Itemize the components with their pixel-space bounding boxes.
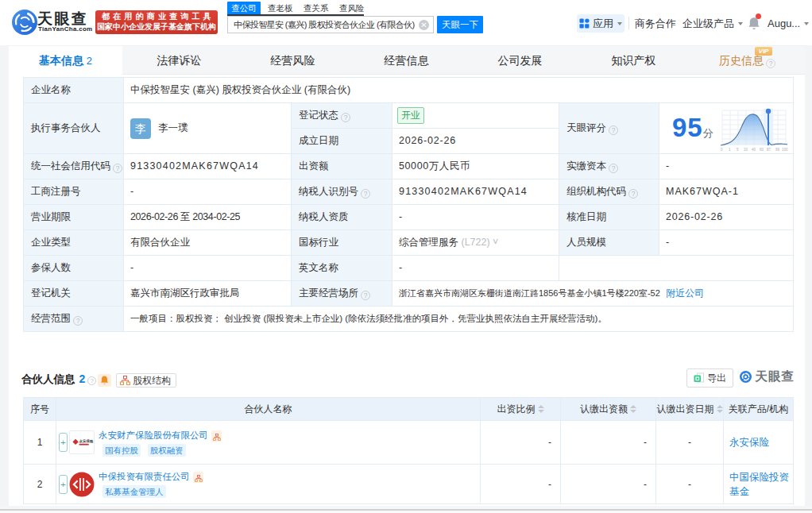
svg-text:1: 1 xyxy=(729,148,731,152)
svg-text:40: 40 xyxy=(752,148,756,152)
svg-text:60: 60 xyxy=(760,148,764,152)
svg-text:100: 100 xyxy=(782,148,788,152)
svg-text:10: 10 xyxy=(744,148,748,152)
svg-text:99: 99 xyxy=(775,148,780,152)
svg-text:5: 5 xyxy=(737,148,739,152)
svg-text:87: 87 xyxy=(767,148,771,152)
svg-text:永安保险: 永安保险 xyxy=(79,439,94,444)
svg-text:0: 0 xyxy=(721,148,723,152)
